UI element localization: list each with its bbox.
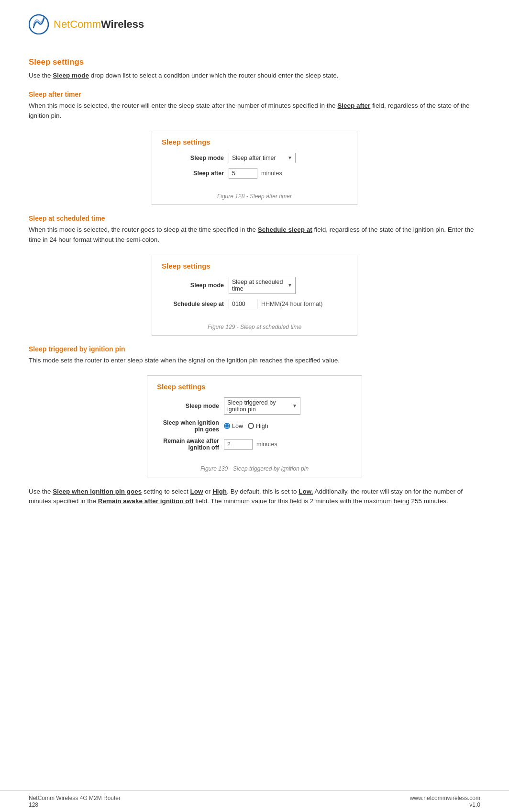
figure-128-sleep-after-row: Sleep after 5 minutes [162,168,347,179]
figure-130-sleep-mode-value: Sleep triggered by ignition pin [227,399,292,413]
sleep-mode-bold: Sleep mode [53,72,89,79]
figure-130-sleep-mode-input[interactable]: Sleep triggered by ignition pin ▼ [224,397,300,415]
figure-128-title: Sleep settings [162,138,347,146]
sleep-after-timer-subtitle: Sleep after timer [29,90,480,98]
intro-text-before: Use the [29,72,53,79]
sleep-triggered-subtitle: Sleep triggered by ignition pin [29,345,480,353]
figure-128-sleep-mode-label: Sleep mode [162,155,229,161]
logo: NetCommWireless [29,14,144,34]
figure-130-remain-label: Remain awake after ignition off [157,438,224,451]
figure-129-sleep-mode-value: Sleep at scheduled time [232,279,288,292]
radio-high-circle[interactable] [248,423,254,429]
closing-text6: field. The minimum value for this field … [193,497,448,505]
dropdown-arrow-icon-2: ▼ [288,282,292,288]
figure-128-caption: Figure 128 - Sleep after timer [152,190,357,204]
figure-130-ignition-row: Sleep when ignition pin goes Low High [157,419,352,433]
figure-130-remain-input[interactable]: 2 [224,439,253,450]
section-title: Sleep settings [29,57,480,67]
figure-128-sleep-after-input[interactable]: 5 [229,168,257,179]
figure-129-sleep-mode-label: Sleep mode [162,282,229,289]
logo-text: NetCommWireless [54,18,144,31]
header: NetCommWireless [29,10,480,44]
radio-high[interactable]: High [248,423,268,429]
figure-129-sleep-mode-row: Sleep mode Sleep at scheduled time ▼ [162,277,347,294]
footer-left: NetComm Wireless 4G M2M Router 128 [29,795,121,808]
sleep-scheduled-subtitle: Sleep at scheduled time [29,214,480,222]
figure-128-box: Sleep settings Sleep mode Sleep after ti… [152,131,357,205]
figure-130-sleep-mode-label: Sleep mode [157,403,224,409]
figure-130-remain-row: Remain awake after ignition off 2 minute… [157,438,352,451]
figure-128-sleep-mode-input[interactable]: Sleep after timer ▼ [229,153,296,163]
figure-129-box: Sleep settings Sleep mode Sleep at sched… [152,255,357,336]
figure-130-sleep-mode-row: Sleep mode Sleep triggered by ignition p… [157,397,352,415]
closing-text1: Use the [29,488,53,495]
figure-130-caption: Figure 130 - Sleep triggered by ignition… [147,462,362,477]
page-footer: NetComm Wireless 4G M2M Router 128 www.n… [0,790,509,812]
closing-bold4: Low. [299,488,313,495]
sas-para-bold: Schedule sleep at [258,226,312,233]
sleep-triggered-para: This mode sets the router to enter sleep… [29,356,480,366]
closing-paragraph: Use the Sleep when ignition pin goes set… [29,487,480,507]
radio-low-circle[interactable] [224,423,230,429]
radio-low-label: Low [232,423,243,429]
closing-text4: . By default, this is set to [227,488,299,495]
figure-130-remain-suffix: minutes [256,441,277,448]
dropdown-arrow-icon-3: ▼ [292,403,297,408]
closing-bold5: Remain awake after ignition off [98,497,194,505]
figure-129-schedule-row: Schedule sleep at 0100 HHMM(24 hour form… [162,299,347,309]
intro-paragraph: Use the Sleep mode drop down list to sel… [29,71,480,81]
sas-para-before: When this mode is selected, the router g… [29,226,258,233]
logo-icon [29,14,49,34]
intro-text-after: drop down list to select a condition und… [89,72,339,79]
dropdown-arrow-icon: ▼ [288,155,292,160]
radio-high-label: High [256,423,268,429]
figure-130-ignition-label: Sleep when ignition pin goes [157,419,224,433]
figure-128-sleep-mode-row: Sleep mode Sleep after timer ▼ [162,153,347,163]
closing-bold2: Low [190,488,203,495]
figure-128-sleep-after-label: Sleep after [162,170,229,177]
figure-130-box: Sleep settings Sleep mode Sleep triggere… [147,375,362,477]
footer-right: www.netcommwireless.com v1.0 [410,795,480,808]
figure-129-caption: Figure 129 - Sleep at scheduled time [152,321,357,335]
figure-128-sleep-mode-value: Sleep after timer [232,155,276,161]
figure-130-title: Sleep settings [157,383,352,391]
svg-point-0 [29,15,48,34]
figure-129-sleep-mode-input[interactable]: Sleep at scheduled time ▼ [229,277,296,294]
closing-bold3: High [212,488,227,495]
sleep-after-timer-para: When this mode is selected, the router w… [29,101,480,121]
sleep-scheduled-para: When this mode is selected, the router g… [29,225,480,245]
radio-low[interactable]: Low [224,423,243,429]
closing-bold1: Sleep when ignition pin goes [53,488,142,495]
sat-para-before: When this mode is selected, the router w… [29,102,337,109]
figure-128-sleep-after-suffix: minutes [261,170,282,177]
ignition-radio-group: Low High [224,423,268,429]
figure-129-schedule-input[interactable]: 0100 [229,299,257,309]
figure-129-title: Sleep settings [162,262,347,270]
closing-text2: setting to select [142,488,190,495]
sat-para-bold: Sleep after [337,102,370,109]
figure-129-schedule-suffix: HHMM(24 hour format) [261,301,323,307]
figure-129-schedule-label: Schedule sleep at [162,301,229,307]
closing-text3: or [203,488,213,495]
